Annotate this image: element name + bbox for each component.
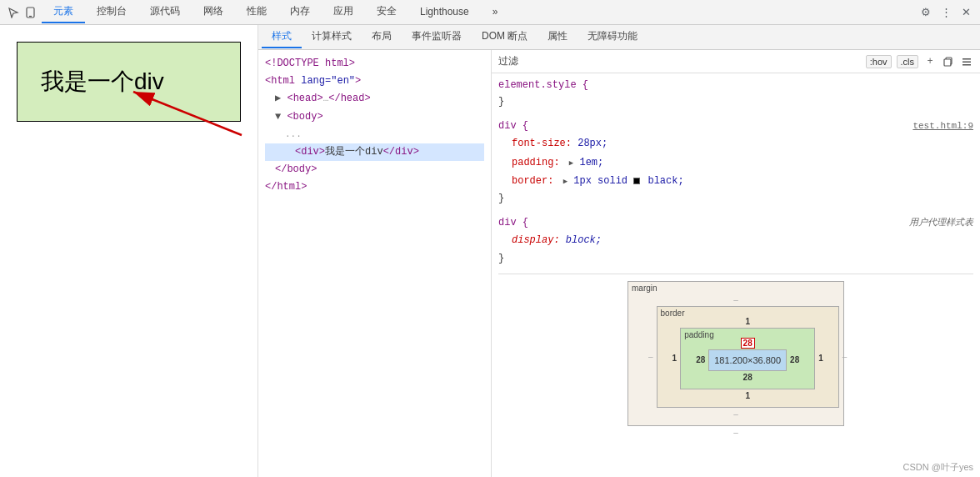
box-margin-label: margin	[632, 284, 658, 293]
dom-html-close: >	[355, 75, 361, 87]
tab-elements[interactable]: 元素	[42, 1, 85, 23]
dom-body-close: </body>	[265, 161, 484, 178]
filter-bar: 过滤 :hov .cls +	[492, 50, 980, 73]
main-area: 我是一个div 样式 计算样式 布局 事件监听器 DOM 断点 属性 无障碍功能	[0, 25, 980, 477]
box-padding-bottom-val: 28	[743, 373, 752, 382]
style-prop-font-size: font-size:	[498, 138, 572, 149]
dom-body-tag: <body>	[287, 111, 322, 123]
tab-console[interactable]: 控制台	[85, 1, 138, 23]
box-margin-left: –	[645, 352, 657, 361]
mobile-icon[interactable]	[23, 6, 37, 19]
box-margin-bottom: –	[645, 408, 827, 420]
subtab-accessibility[interactable]: 无障碍功能	[578, 26, 648, 48]
box-content: 181.200×36.800	[708, 349, 787, 371]
div-file-link[interactable]: test.html:9	[912, 118, 973, 134]
close-button[interactable]: ✕	[958, 5, 973, 20]
arrow-right-padding[interactable]: ▶	[569, 154, 573, 171]
box-padding-label: padding	[684, 330, 714, 339]
tab-memory[interactable]: 内存	[278, 1, 322, 23]
style-val-border: 1px solid	[573, 175, 633, 187]
svg-rect-7	[962, 64, 971, 66]
box-margin-horizontal: – border 1 1	[645, 306, 827, 408]
style-prop-border: border:	[498, 175, 553, 187]
watermark: CSDN @叶子yes	[902, 461, 973, 474]
plus-button[interactable]: +	[923, 55, 937, 68]
style-val-font-size: 28px;	[578, 138, 608, 149]
subtab-properties[interactable]: 属性	[538, 26, 578, 48]
box-margin-bottom-outer-val: –	[733, 428, 738, 437]
box-border-label: border	[661, 309, 685, 318]
style-rule-div: div { test.html:9 font-size: 28px; paddi…	[498, 118, 973, 208]
tab-performance[interactable]: 性能	[235, 1, 278, 23]
dom-div-close: </div>	[383, 146, 419, 158]
tab-sources[interactable]: 源代码	[138, 1, 192, 23]
toolbar-right: ⚙ ⋮ ✕	[918, 5, 973, 20]
subtab-event-listeners[interactable]: 事件监听器	[402, 26, 472, 48]
box-padding: padding 28 28	[680, 328, 815, 389]
dom-dots-row: ...	[265, 126, 484, 143]
copy-style-icon[interactable]	[942, 55, 955, 68]
tab-lighthouse[interactable]: Lighthouse	[408, 3, 481, 23]
cls-button[interactable]: .cls	[897, 55, 919, 68]
more-button[interactable]: ⋮	[938, 5, 953, 20]
div-rule-close: }	[498, 190, 973, 207]
tab-network[interactable]: 网络	[192, 1, 235, 23]
dom-html[interactable]: <html lang="en">	[265, 73, 484, 90]
style-rule-div-header: div { test.html:9	[498, 118, 973, 134]
settings-button[interactable]: ⚙	[918, 5, 933, 20]
styles-content: element.style { } div { test.html:9	[492, 73, 980, 477]
subtab-styles[interactable]: 样式	[262, 26, 302, 48]
tab-more[interactable]: »	[481, 3, 510, 23]
subtab-computed[interactable]: 计算样式	[302, 26, 362, 48]
svg-rect-6	[962, 61, 971, 63]
settings-style-icon[interactable]	[960, 55, 973, 68]
color-swatch-black[interactable]	[633, 178, 640, 184]
box-border-bottom: 1	[669, 389, 827, 402]
box-model-panel: margin – – border	[498, 274, 973, 445]
dom-doctype: <!DOCTYPE html>	[265, 55, 484, 73]
filter-input[interactable]	[525, 56, 859, 68]
box-border-horizontal: 1 padding 28	[669, 328, 827, 389]
box-border-right: 1	[815, 354, 827, 363]
style-rule-element: element.style { }	[498, 77, 973, 111]
box-content-size: 181.200×36.800	[714, 355, 781, 365]
cursor-icon[interactable]	[7, 6, 20, 19]
tab-application[interactable]: 应用	[322, 1, 365, 23]
box-padding-bottom: 28	[692, 371, 802, 384]
content-area: <!DOCTYPE html> <html lang="en"> ▶ <head…	[258, 50, 980, 477]
box-border-left: 1	[669, 354, 681, 363]
dom-head-arrow: ▶	[275, 93, 287, 104]
box-margin-right: –	[839, 352, 851, 361]
dom-head-close: </head>	[328, 93, 370, 104]
box-border-top: 1	[669, 315, 827, 328]
dom-body-close-tag: </body>	[275, 163, 317, 175]
subtab-layout[interactable]: 布局	[362, 26, 402, 48]
dom-body[interactable]: ▼ <body>	[265, 108, 484, 126]
dom-html-close-tag: </html>	[265, 181, 307, 193]
svg-rect-5	[962, 58, 971, 60]
box-margin-bottom-outer: –	[628, 426, 844, 439]
style-prop-padding: padding:	[498, 157, 560, 168]
dom-head[interactable]: ▶ <head>…</head>	[265, 90, 484, 108]
div-selector: div {	[498, 118, 528, 134]
tab-security[interactable]: 安全	[365, 1, 408, 23]
style-rule-element-header: element.style {	[498, 77, 973, 93]
right-panel: 样式 计算样式 布局 事件监听器 DOM 断点 属性 无障碍功能 <!DOCTY…	[258, 25, 980, 477]
style-val-display: block;	[566, 234, 602, 246]
style-display: display: block;	[498, 231, 973, 249]
arrow-right-border[interactable]: ▶	[563, 173, 568, 189]
box-padding-left: 28	[692, 355, 708, 364]
main-tabs: 元素 控制台 源代码 网络 性能 内存 应用 安全 Lighthouse »	[42, 1, 913, 23]
hov-button[interactable]: :hov	[866, 55, 892, 68]
box-padding-top-val: 28	[741, 338, 755, 349]
element-style-selector: element.style {	[498, 77, 588, 93]
box-margin: margin – – border	[628, 281, 844, 426]
element-style-close: }	[498, 93, 973, 110]
dom-html-close-row: </html>	[265, 178, 484, 196]
box-border-top-val: 1	[745, 317, 750, 326]
box-margin-top: –	[645, 294, 827, 306]
div-ua-selector: div {	[498, 214, 528, 231]
subtab-dom-breakpoints[interactable]: DOM 断点	[472, 26, 538, 48]
box-padding-horizontal: 28 181.200×36.800 28	[692, 349, 802, 371]
dom-div[interactable]: <div>我是一个div</div>	[265, 143, 484, 161]
